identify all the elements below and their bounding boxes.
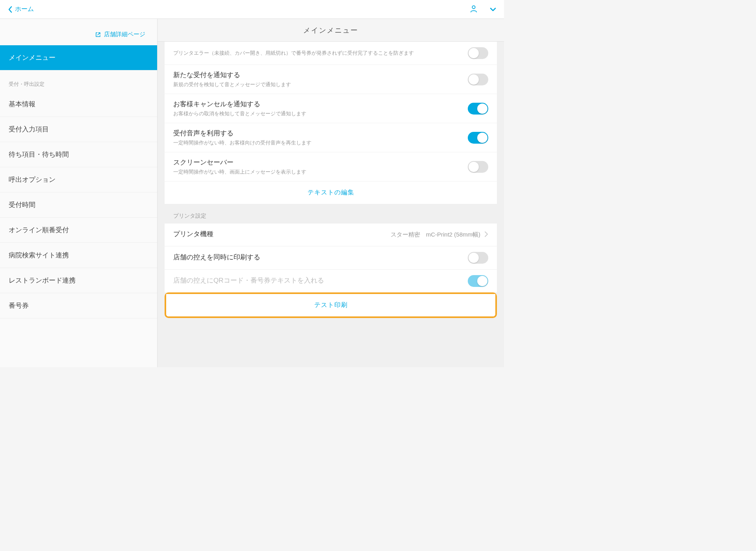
store-detail-label: 店舗詳細ページ xyxy=(104,31,145,37)
sidebar-item-label: オンライン順番受付 xyxy=(9,226,69,234)
sidebar-item-restaurant-board[interactable]: レストランボード連携 xyxy=(0,268,157,293)
chevron-left-icon xyxy=(8,6,13,13)
sidebar-item-online-queue[interactable]: オンライン順番受付 xyxy=(0,218,157,243)
user-icon[interactable] xyxy=(469,4,478,15)
sidebar-item-input-items[interactable]: 受付入力項目 xyxy=(0,117,157,142)
setting-title: 受付音声を利用する xyxy=(173,129,468,138)
setting-row-printer-error: プリンタエラー（未接続、カバー開き、用紙切れ）で番号券が発券されずに受付完了する… xyxy=(165,42,497,65)
setting-title: プリンタ機種 xyxy=(173,229,391,239)
setting-row-cancel-notify: お客様キャンセルを通知する お客様からの取消を検知して音とメッセージで通知します xyxy=(165,94,497,123)
toggle-voice[interactable] xyxy=(468,132,488,144)
setting-subtitle: 一定時間操作がない時、お客様向けの受付音声を再生します xyxy=(173,139,468,146)
sidebar-item-hospital-search[interactable]: 病院検索サイト連携 xyxy=(0,243,157,268)
printer-model-value: スター精密 mC-Print2 (58mm幅) xyxy=(391,231,480,239)
sidebar-item-label: レストランボード連携 xyxy=(9,277,76,284)
printer-section-label: プリンタ設定 xyxy=(158,204,504,224)
external-link-icon xyxy=(95,32,101,37)
setting-title: お客様キャンセルを通知する xyxy=(173,100,468,109)
sidebar-item-label: メインメニュー xyxy=(9,54,56,61)
toggle-screensaver[interactable] xyxy=(468,161,488,173)
setting-title: 店舗の控えにQRコード・番号券テキストを入れる xyxy=(173,276,468,285)
setting-subtitle: 新規の受付を検知して音とメッセージで通知します xyxy=(173,81,468,88)
svg-point-0 xyxy=(472,6,475,8)
toggle-store-copy[interactable] xyxy=(468,252,488,264)
main-title: メインメニュー xyxy=(158,19,504,42)
toggle-printer-error[interactable] xyxy=(468,47,488,59)
chevron-down-icon[interactable] xyxy=(490,6,496,13)
setting-row-printer-model[interactable]: プリンタ機種 スター精密 mC-Print2 (58mm幅) xyxy=(165,224,497,246)
store-detail-link[interactable]: 店舗詳細ページ xyxy=(0,19,157,45)
sidebar-item-call-options[interactable]: 呼出オプション xyxy=(0,167,157,192)
sidebar-item-ticket[interactable]: 番号券 xyxy=(0,293,157,318)
sidebar-item-label: 受付時間 xyxy=(9,201,35,209)
test-print-highlight: テスト印刷 xyxy=(165,292,497,318)
sidebar: 店舗詳細ページ メインメニュー 受付・呼出設定 基本情報 受付入力項目 待ち項目… xyxy=(0,19,158,367)
sidebar-item-label: 受付入力項目 xyxy=(9,126,49,133)
sidebar-item-main-menu[interactable]: メインメニュー xyxy=(0,45,157,70)
chevron-right-icon xyxy=(484,231,488,239)
sidebar-section-header: 受付・呼出設定 xyxy=(0,70,157,92)
setting-row-store-copy: 店舗の控えを同時に印刷する xyxy=(165,246,497,270)
sidebar-item-basic-info[interactable]: 基本情報 xyxy=(0,92,157,117)
settings-block-a: プリンタエラー（未接続、カバー開き、用紙切れ）で番号券が発券されずに受付完了する… xyxy=(165,42,497,204)
back-label: ホーム xyxy=(15,5,34,13)
setting-row-qr-text: 店舗の控えにQRコード・番号券テキストを入れる xyxy=(165,270,497,292)
setting-row-voice: 受付音声を利用する 一定時間操作がない時、お客様向けの受付音声を再生します xyxy=(165,123,497,152)
back-button[interactable]: ホーム xyxy=(8,5,34,13)
setting-title: 新たな受付を通知する xyxy=(173,70,468,80)
sidebar-item-label: 基本情報 xyxy=(9,100,35,108)
test-print-button[interactable]: テスト印刷 xyxy=(166,294,495,316)
main-panel: メインメニュー プリンタエラー（未接続、カバー開き、用紙切れ）で番号券が発券され… xyxy=(158,19,504,367)
setting-title: 店舗の控えを同時に印刷する xyxy=(173,253,468,262)
sidebar-item-reception-time[interactable]: 受付時間 xyxy=(0,192,157,218)
setting-row-new-reception: 新たな受付を通知する 新規の受付を検知して音とメッセージで通知します xyxy=(165,65,497,94)
toggle-new-reception[interactable] xyxy=(468,74,488,85)
settings-block-printer: プリンタ機種 スター精密 mC-Print2 (58mm幅) 店舗の控えを同時に… xyxy=(165,224,497,292)
text-edit-link[interactable]: テキストの編集 xyxy=(165,181,497,204)
sidebar-item-wait-items[interactable]: 待ち項目・待ち時間 xyxy=(0,142,157,167)
setting-subtitle: 一定時間操作がない時、画面上にメッセージを表示します xyxy=(173,168,468,176)
top-bar: ホーム xyxy=(0,0,504,19)
sidebar-item-label: 番号券 xyxy=(9,302,29,309)
top-right xyxy=(469,4,496,15)
sidebar-item-label: 待ち項目・待ち時間 xyxy=(9,151,69,158)
sidebar-item-label: 呼出オプション xyxy=(9,176,56,183)
setting-title: スクリーンセーバー xyxy=(173,158,468,167)
toggle-cancel-notify[interactable] xyxy=(468,103,488,115)
setting-subtitle: プリンタエラー（未接続、カバー開き、用紙切れ）で番号券が発券されずに受付完了する… xyxy=(173,50,468,57)
sidebar-item-label: 病院検索サイト連携 xyxy=(9,251,69,259)
toggle-qr-text[interactable] xyxy=(468,275,488,287)
setting-row-screensaver: スクリーンセーバー 一定時間操作がない時、画面上にメッセージを表示します xyxy=(165,152,497,181)
setting-subtitle: お客様からの取消を検知して音とメッセージで通知します xyxy=(173,110,468,117)
